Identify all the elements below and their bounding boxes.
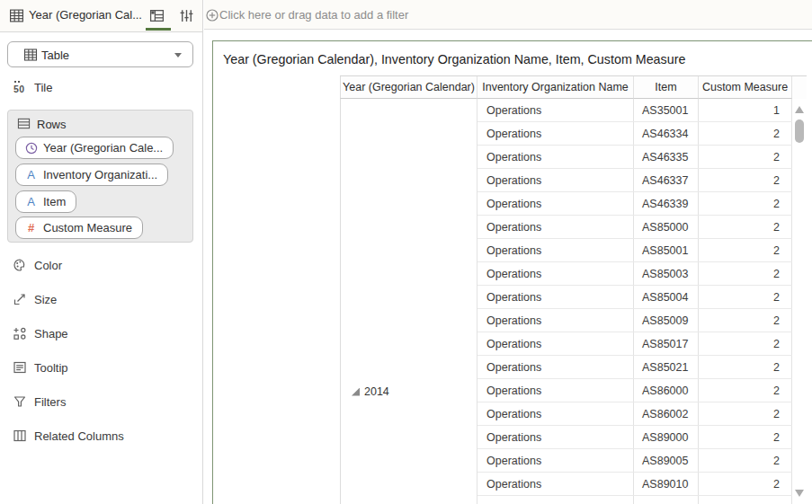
cell-val[interactable]: 2 [699, 379, 792, 402]
table-row[interactable]: OperationsAS463352 [477, 146, 792, 169]
tile-option[interactable]: 50 Tile [0, 77, 202, 99]
sidebar-item-size[interactable]: Size [0, 288, 203, 310]
year-group-cell[interactable]: 2014 [340, 99, 477, 504]
sidebar-item-tooltip[interactable]: Tooltip [0, 357, 203, 378]
cell-org[interactable]: Operations [477, 99, 634, 121]
cell-item[interactable]: AS85021 [634, 356, 699, 378]
column-header-measure[interactable]: Custom Measure [699, 76, 792, 99]
cell-item[interactable]: AS46334 [634, 122, 699, 145]
cell-item[interactable]: AS85000 [634, 216, 699, 238]
cell-org[interactable]: Operations [477, 286, 634, 308]
table-row[interactable]: OperationsAS850092 [477, 309, 792, 332]
table-row[interactable]: OperationsAS850172 [477, 332, 792, 356]
cell-val[interactable]: 2 [699, 426, 792, 448]
cell-org[interactable]: Operations [477, 449, 634, 472]
cell-val[interactable]: 2 [699, 449, 792, 472]
cell-val[interactable]: 2 [699, 146, 792, 168]
cell-org[interactable] [477, 496, 634, 504]
cell-val[interactable]: 2 [699, 332, 792, 355]
cell-val[interactable]: 2 [699, 402, 792, 425]
pill-custom-measure[interactable]: # Custom Measure [15, 217, 143, 239]
sidebar-item-filters[interactable]: Filters [0, 391, 203, 412]
scroll-up-arrow[interactable] [795, 106, 804, 113]
table-row[interactable]: OperationsAS463392 [477, 192, 792, 216]
cell-org[interactable]: Operations [477, 216, 634, 238]
table-row[interactable]: OperationsAS890052 [477, 449, 792, 473]
cell-item[interactable]: AS85003 [634, 262, 699, 285]
table-row[interactable]: OperationsAS463342 [477, 122, 792, 146]
cell-val[interactable]: 2 [699, 239, 792, 261]
filter-bar[interactable]: Click here or drag data to add a filter [204, 0, 812, 30]
table-row[interactable]: OperationsAS890102 [477, 473, 792, 496]
properties-panel-tab[interactable] [179, 8, 194, 23]
cell-item[interactable]: AS85009 [634, 309, 699, 332]
cell-org[interactable]: Operations [477, 332, 634, 355]
sidebar-item-related-columns[interactable]: Related Columns [0, 425, 203, 447]
pill-inventory-org[interactable]: A Inventory Organizati... [15, 164, 168, 186]
cell-val[interactable] [699, 496, 792, 504]
column-header-year[interactable]: Year (Gregorian Calendar) [340, 76, 477, 99]
scroll-down-arrow[interactable] [795, 490, 804, 497]
scrollbar-thumb[interactable] [795, 119, 804, 143]
cell-val[interactable]: 2 [699, 169, 792, 191]
cell-item[interactable]: AS85017 [634, 332, 699, 355]
cell-val[interactable]: 2 [699, 356, 792, 378]
cell-org[interactable]: Operations [477, 262, 634, 285]
cell-org[interactable]: Operations [477, 426, 634, 448]
column-header-org[interactable]: Inventory Organization Name [477, 76, 634, 99]
collapse-triangle-icon[interactable] [352, 388, 360, 396]
pill-year[interactable]: Year (Gregorian Cale... [15, 137, 174, 159]
cell-item[interactable]: AS35001 [634, 99, 699, 121]
cell-org[interactable]: Operations [477, 146, 634, 168]
cell-item[interactable] [634, 496, 699, 504]
table-row[interactable]: OperationsAS850042 [477, 286, 792, 309]
cell-item[interactable]: AS89005 [634, 449, 699, 472]
pill-item[interactable]: A Item [15, 190, 76, 213]
column-header-item[interactable]: Item [634, 76, 699, 99]
visualization-canvas[interactable]: Year (Gregorian Calendar), Inventory Org… [212, 40, 812, 504]
cell-val[interactable]: 2 [699, 192, 792, 215]
viz-type-dropdown[interactable]: Table [7, 41, 193, 67]
cell-org[interactable]: Operations [477, 169, 634, 191]
cell-val[interactable]: 2 [699, 122, 792, 145]
cell-item[interactable]: AS86000 [634, 379, 699, 402]
grammar-panel-tab[interactable] [149, 8, 165, 23]
table-row[interactable]: OperationsAS463372 [477, 169, 792, 192]
table-row[interactable]: OperationsAS850032 [477, 262, 792, 286]
cell-val[interactable]: 2 [699, 216, 792, 238]
table-row[interactable]: OperationsAS860002 [477, 379, 792, 402]
cell-org[interactable]: Operations [477, 473, 634, 495]
cell-org[interactable]: Operations [477, 192, 634, 215]
cell-item[interactable]: AS85001 [634, 239, 699, 261]
cell-org[interactable]: Operations [477, 402, 634, 425]
cell-item[interactable]: AS85004 [634, 286, 699, 308]
table-row[interactable]: OperationsAS860022 [477, 402, 792, 426]
cell-item[interactable]: AS46337 [634, 169, 699, 191]
cell-org[interactable]: Operations [477, 239, 634, 261]
cell-val[interactable]: 2 [699, 473, 792, 495]
cell-org[interactable]: Operations [477, 379, 634, 402]
cell-val[interactable]: 2 [699, 309, 792, 332]
cell-item[interactable]: AS86002 [634, 402, 699, 425]
cell-item[interactable]: AS89010 [634, 473, 699, 495]
table-row[interactable]: OperationsAS850002 [477, 216, 792, 239]
cell-val[interactable]: 2 [699, 262, 792, 285]
vertical-scrollbar[interactable] [792, 99, 807, 504]
cell-val[interactable]: 1 [699, 99, 792, 121]
year-group-label[interactable]: 2014 [352, 385, 389, 398]
sidebar-item-shape[interactable]: Shape [0, 323, 203, 344]
cell-item[interactable]: AS46335 [634, 146, 699, 168]
cell-item[interactable]: AS46339 [634, 192, 699, 215]
cell-val[interactable]: 2 [699, 286, 792, 308]
cell-item[interactable]: AS89000 [634, 426, 699, 448]
cell-org[interactable]: Operations [477, 356, 634, 378]
table-row[interactable]: OperationsAS850012 [477, 239, 792, 262]
table-row[interactable]: OperationsAS890002 [477, 426, 792, 449]
sidebar-item-color[interactable]: Color [0, 254, 203, 276]
table-row[interactable]: OperationsAS350011 [477, 99, 792, 122]
cell-org[interactable]: Operations [477, 309, 634, 332]
data-table: Year (Gregorian Calendar) Inventory Orga… [340, 75, 807, 504]
table-row[interactable] [477, 496, 792, 504]
table-row[interactable]: OperationsAS850212 [477, 356, 792, 379]
cell-org[interactable]: Operations [477, 122, 634, 145]
